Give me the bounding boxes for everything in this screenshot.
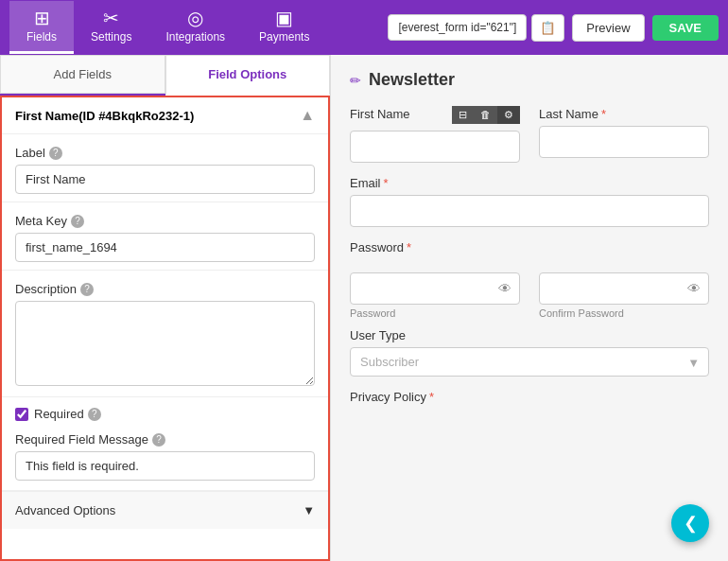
nav-label-payments: Payments [259,30,309,44]
confirm-password-field: 👁 Confirm Password [539,272,709,319]
confirm-password-eye-icon: 👁 [687,281,701,296]
first-last-name-row: First Name ⊟ 🗑 ⚙ Last Name * [350,107,709,163]
meta-key-section: Meta Key ? [2,202,328,270]
form-title: Newsletter [369,70,455,90]
password-label-row: Password * [350,240,709,259]
confirm-password-input-box[interactable]: 👁 [539,272,709,305]
req-msg-input[interactable] [15,451,315,481]
left-panel: Add Fields Field Options First Name(ID #… [0,55,331,561]
fab-button[interactable]: ❮ [671,504,709,542]
description-label: Description ? [15,282,315,296]
integrations-icon: ◎ [187,9,203,27]
field-header-title: First Name(ID #4BkqkRo232-1) [15,109,194,123]
nav-items: ⊞ Fields ✂ Settings ◎ Integrations ▣ Pay… [9,1,326,54]
meta-key-input[interactable] [15,233,315,262]
meta-key-help-icon[interactable]: ? [71,215,84,228]
password-label: Password * [350,240,709,254]
password-sub-label: Password [350,307,520,319]
tab-field-options[interactable]: Field Options [165,55,331,96]
label-input[interactable] [15,165,315,194]
user-type-label: User Type [350,328,709,342]
password-row: Password * [350,240,709,259]
copy-button[interactable]: 📋 [531,14,564,42]
first-name-label-row: First Name ⊟ 🗑 ⚙ [350,107,520,126]
last-name-field: Last Name * [539,107,709,163]
description-help-icon[interactable]: ? [80,283,94,296]
email-row: Email * [350,176,709,227]
confirm-password-sub-label: Confirm Password [539,307,709,319]
form-title-row: ✏ Newsletter [350,70,709,90]
req-msg-help-icon[interactable]: ? [152,433,165,447]
collapse-arrow-icon[interactable]: ▲ [300,107,315,124]
field-options-content: First Name(ID #4BkqkRo232-1) ▲ Label ? M… [0,96,330,561]
label-field-label: Label ? [15,146,315,160]
privacy-policy-field: Privacy Policy * [350,390,709,409]
privacy-policy-label: Privacy Policy * [350,390,709,404]
panel-tabs: Add Fields Field Options [0,55,330,96]
required-label: Required ? [34,407,101,421]
user-type-select[interactable]: Subscriber [350,347,709,377]
save-button[interactable]: SAVE [652,15,719,41]
first-name-input-box[interactable] [350,131,520,163]
first-name-toolbar: ⊟ 🗑 ⚙ [452,106,520,124]
req-msg-label: Required Field Message ? [15,432,315,447]
advanced-options-arrow-icon: ▼ [303,503,315,517]
privacy-required-star: * [429,390,434,404]
user-type-select-wrapper: Subscriber ▼ [350,347,709,377]
required-help-icon[interactable]: ? [88,408,101,421]
last-name-input-box[interactable] [539,126,709,158]
advanced-options-label: Advanced Options [15,503,115,517]
email-input-box[interactable] [350,195,709,227]
email-label: Email * [350,176,709,190]
first-name-field: First Name ⊟ 🗑 ⚙ [350,107,520,163]
preview-button[interactable]: Preview [572,14,644,42]
privacy-policy-row: Privacy Policy * [350,390,709,409]
label-section: Label ? [2,134,328,202]
top-nav: ⊞ Fields ✂ Settings ◎ Integrations ▣ Pay… [0,0,728,55]
label-help-icon[interactable]: ? [49,147,62,160]
delete-button[interactable]: 🗑 [474,106,497,124]
password-inputs-row: 👁 Password 👁 Confirm Password [350,272,709,319]
fields-icon: ⊞ [34,9,50,27]
meta-key-label: Meta Key ? [15,214,315,228]
password-required-star: * [407,240,411,254]
password-eye-icon: 👁 [498,281,511,296]
password-field: 👁 Password [350,272,520,319]
move-button[interactable]: ⊟ [452,106,474,124]
advanced-options-bar[interactable]: Advanced Options ▼ [2,491,328,529]
description-section: Description ? [2,271,328,396]
user-type-row: User Type Subscriber ▼ [350,328,709,377]
first-name-label: First Name [350,107,410,121]
nav-label-fields: Fields [26,30,57,44]
last-name-required-star: * [601,107,606,121]
settings-gear-button[interactable]: ⚙ [497,106,520,124]
nav-item-fields[interactable]: ⊞ Fields [9,1,74,54]
last-name-label: Last Name * [539,107,709,121]
field-header: First Name(ID #4BkqkRo232-1) ▲ [2,97,328,134]
nav-item-integrations[interactable]: ◎ Integrations [148,1,242,54]
nav-item-payments[interactable]: ▣ Payments [242,1,326,54]
email-required-star: * [384,176,389,190]
settings-icon: ✂ [103,9,119,27]
payments-icon: ▣ [275,9,293,27]
email-field: Email * [350,176,709,227]
user-type-field: User Type Subscriber ▼ [350,328,709,377]
description-textarea[interactable] [15,301,315,386]
nav-label-settings: Settings [91,30,131,44]
password-input-box[interactable]: 👁 [350,272,520,305]
edit-pencil-icon[interactable]: ✏ [350,73,361,88]
tab-add-fields[interactable]: Add Fields [0,55,165,94]
required-checkbox[interactable] [15,408,28,421]
form-id-display: [everest_form id="621"] [388,14,527,41]
nav-label-integrations: Integrations [165,30,225,44]
required-row: Required ? [2,397,328,427]
main-layout: Add Fields Field Options First Name(ID #… [0,55,728,561]
req-msg-section: Required Field Message ? [2,427,328,490]
right-panel: ✏ Newsletter First Name ⊟ 🗑 ⚙ [331,55,728,561]
nav-item-settings[interactable]: ✂ Settings [74,1,148,54]
fab-icon: ❮ [684,513,698,534]
